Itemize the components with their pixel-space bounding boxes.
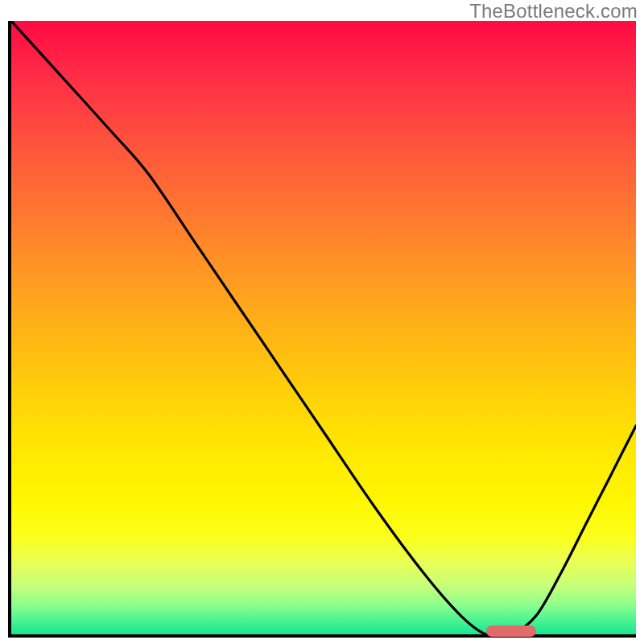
bottleneck-curve: [11, 21, 636, 634]
plot-area: [8, 21, 636, 638]
optimal-range-marker: [486, 625, 536, 637]
watermark-text: TheBottleneck.com: [469, 0, 638, 23]
chart-container: TheBottleneck.com: [0, 0, 644, 644]
curve-svg: [11, 21, 636, 634]
